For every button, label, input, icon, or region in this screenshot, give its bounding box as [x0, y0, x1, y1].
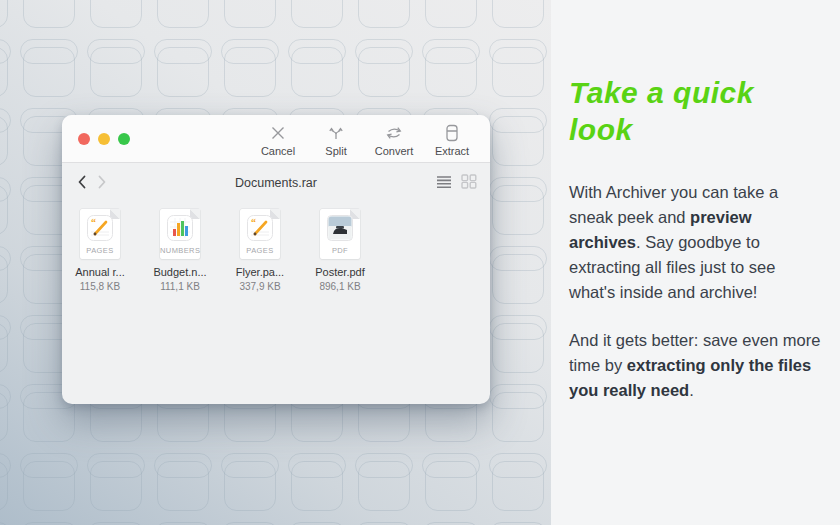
archive-box-icon: [442, 123, 462, 143]
pages-document-icon: “ PAGES: [80, 209, 120, 259]
file-size: 337,9 KB: [239, 281, 280, 292]
cancel-button[interactable]: Cancel: [252, 121, 304, 157]
chevron-left-icon: [76, 174, 88, 193]
file-name: Budget.n...: [153, 266, 206, 278]
split-label: Split: [325, 145, 346, 157]
cancel-label: Cancel: [261, 145, 295, 157]
grid-view-icon: [461, 174, 477, 192]
back-button[interactable]: [72, 172, 92, 195]
close-button[interactable]: [78, 133, 90, 145]
paragraph-preview: With Archiver you can take a sneak peek …: [569, 180, 821, 305]
list-view-icon: [436, 175, 452, 192]
screenshot-stage: Take a quick look With Archiver you can …: [0, 0, 840, 525]
list-view-button[interactable]: [435, 174, 453, 193]
file-item-flyer[interactable]: “ PAGES Flyer.pa... 337,9 KB: [228, 209, 292, 292]
archive-title: Documents.rar: [62, 176, 490, 190]
file-item-budget[interactable]: NUMBERS Budget.n... 111,1 KB: [148, 209, 212, 292]
pages-app-icon: “: [87, 215, 113, 245]
numbers-document-icon: NUMBERS: [160, 209, 200, 259]
file-item-poster[interactable]: PDF Poster.pdf 896,1 KB: [308, 209, 372, 292]
traffic-lights: [78, 133, 130, 145]
convert-label: Convert: [375, 145, 414, 157]
minimize-button[interactable]: [98, 133, 110, 145]
file-name: Annual r...: [75, 266, 125, 278]
split-arrows-icon: [326, 123, 346, 143]
forward-button[interactable]: [92, 172, 112, 195]
view-toggles: [435, 173, 478, 193]
grid-view-button[interactable]: [460, 173, 478, 193]
file-item-annual[interactable]: “ PAGES Annual r... 115,8 KB: [68, 209, 132, 292]
marketing-copy: With Archiver you can take a sneak peek …: [569, 180, 821, 403]
file-size: 896,1 KB: [319, 281, 360, 292]
svg-text:“: “: [91, 217, 96, 228]
page-title-line1: Take a quick: [569, 76, 754, 109]
page-title-line2: look: [569, 113, 633, 146]
file-size: 111,1 KB: [160, 281, 200, 292]
zoom-button[interactable]: [118, 133, 130, 145]
split-button[interactable]: Split: [310, 121, 362, 157]
file-grid: “ PAGES Annual r... 115,8 KB: [62, 203, 490, 292]
file-name: Poster.pdf: [315, 266, 365, 278]
chevron-right-icon: [96, 174, 108, 193]
file-name: Flyer.pa...: [236, 266, 284, 278]
archiver-window: Cancel Split: [62, 115, 490, 404]
file-kind-label: PDF: [320, 246, 360, 255]
nav-row: Documents.rar: [62, 163, 490, 203]
titlebar: Cancel Split: [62, 115, 490, 163]
pdf-document-icon: PDF: [320, 209, 360, 259]
numbers-app-icon: [167, 215, 193, 245]
file-kind-label: PAGES: [240, 246, 280, 255]
convert-button[interactable]: Convert: [368, 121, 420, 157]
extract-label: Extract: [435, 145, 469, 157]
convert-arrows-icon: [384, 123, 404, 143]
toolbar: Cancel Split: [252, 121, 478, 157]
extract-button[interactable]: Extract: [426, 121, 478, 157]
file-kind-label: NUMBERS: [160, 246, 200, 255]
file-kind-label: PAGES: [80, 246, 120, 255]
pages-app-icon: “: [247, 215, 273, 245]
file-size: 115,8 KB: [80, 281, 120, 292]
pdf-preview-icon: [327, 215, 353, 245]
marketing-panel: Take a quick look With Archiver you can …: [551, 0, 840, 525]
page-title: Take a quick look: [569, 74, 820, 148]
paragraph-extract: And it gets better: save even more time …: [569, 328, 821, 403]
svg-text:“: “: [251, 217, 256, 228]
pages-document-icon: “ PAGES: [240, 209, 280, 259]
x-icon: [268, 123, 288, 143]
